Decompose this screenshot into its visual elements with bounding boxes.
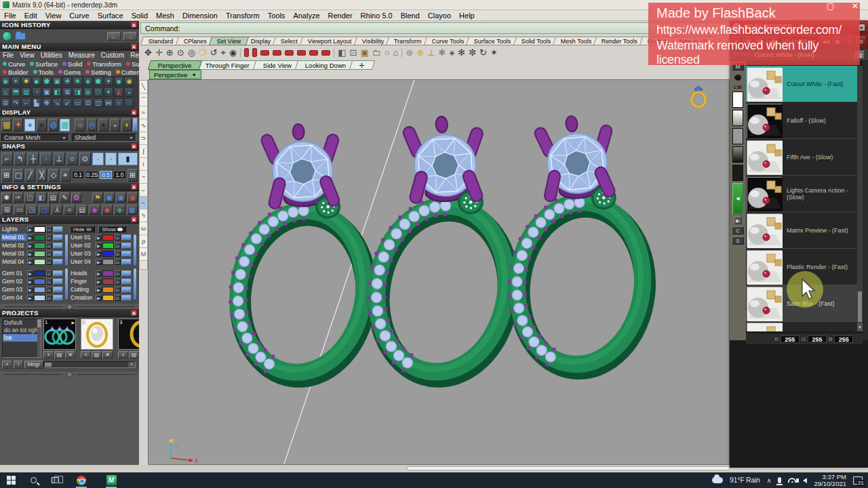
layer-color-swatch[interactable]	[34, 270, 45, 277]
close-icon[interactable]: ✕	[131, 216, 137, 222]
osnap-icon[interactable]: ⌐	[1, 152, 13, 165]
mesh-mode-dropdown[interactable]: Coarse Mesh ▼	[1, 134, 69, 142]
toolbar-icon[interactable]: ↘	[52, 98, 62, 108]
vray-list-scrollbar[interactable]: ▼	[857, 66, 863, 331]
render-style-item-falloff-slow[interactable]: Falloff - (Slow)	[746, 102, 857, 139]
layer-visibility-button[interactable]	[53, 251, 63, 257]
splitter-knob-icon[interactable]	[66, 304, 73, 310]
toolbar-icon[interactable]: ⬒	[11, 87, 20, 97]
layer-lock-icon[interactable]: ⊡	[46, 287, 52, 293]
render-mode-icon[interactable]: ◖	[121, 119, 132, 131]
settings-side-tab[interactable]: S	[732, 237, 744, 245]
reset-button[interactable]: Reset	[130, 52, 139, 59]
toolbar-icon[interactable]: ⬟	[42, 77, 52, 86]
render-mode-icon[interactable]: ◒	[110, 119, 120, 131]
delete-icon[interactable]: ✕	[65, 351, 75, 359]
layer-lock-icon[interactable]: ⊡	[46, 259, 52, 265]
toolbar-tab-render-tools[interactable]: Render Tools	[593, 37, 646, 45]
curve-tool-icon[interactable]: ϟ	[140, 209, 147, 222]
snap-mode-icon[interactable]: ⊞	[1, 169, 12, 182]
render-tool-icon[interactable]: ↻	[479, 47, 487, 58]
layer-lock-icon[interactable]: ⊡	[115, 287, 121, 293]
snap-mode-icon[interactable]: ⌖	[60, 169, 71, 182]
render-mode-icon[interactable]: ◉	[75, 119, 85, 131]
save-icon[interactable]: ▤	[92, 351, 102, 359]
render-style-item-cutout-white-fast[interactable]: Cutout White - (Fast)	[746, 66, 857, 102]
toolbar-icon[interactable]: ⊞	[1, 205, 12, 215]
menu-item-edit[interactable]: Edit	[20, 12, 41, 20]
toolbar-tab-mesh-tools[interactable]: Mesh Tools	[553, 37, 600, 45]
grid-snap-value-0.25[interactable]: 0.25	[85, 171, 98, 179]
menu-item-surface[interactable]: Surface	[94, 12, 127, 20]
menu-item-file[interactable]: File	[0, 12, 20, 20]
layer-visibility-button[interactable]	[121, 270, 132, 277]
snap-mode-icon[interactable]: ╱	[25, 169, 35, 182]
layer-lock-icon[interactable]: ⊡	[115, 251, 121, 257]
toolbar-icon[interactable]: ◔	[32, 87, 41, 97]
up-button[interactable]: ↑	[14, 361, 23, 369]
layer-expand-icon[interactable]: ▶	[96, 279, 102, 285]
toolbar-icon[interactable]: ◌	[124, 98, 134, 108]
toolbar-icon[interactable]: ◉	[124, 77, 134, 86]
layer-visibility-button[interactable]	[53, 295, 63, 301]
layer-lock-icon[interactable]: ⊡	[46, 251, 52, 257]
display-mode-icon[interactable]: ✦	[13, 119, 23, 131]
render-style-item-partial[interactable]	[746, 322, 857, 331]
layer-lock-icon[interactable]: ⊡	[115, 259, 121, 265]
layer-color-swatch[interactable]	[102, 295, 114, 301]
history-forward-button[interactable]: →	[123, 32, 137, 41]
layer-expand-icon[interactable]: ▶	[27, 287, 33, 293]
close-icon[interactable]: ✕	[131, 43, 137, 49]
toolbar-tab-set-view[interactable]: Set View	[208, 37, 249, 45]
save-icon[interactable]: ▤	[129, 351, 139, 359]
toolbar-icon[interactable]: ◉	[1, 77, 10, 86]
toolbar-icon[interactable]: ⅄	[52, 205, 62, 215]
toolbar-icon[interactable]: ✸	[21, 77, 31, 86]
layer-color-swatch[interactable]	[102, 287, 114, 293]
curve-tool-icon[interactable]: ∿	[140, 119, 147, 132]
toolbar-tab-curve-tools[interactable]: Curve Tools	[424, 37, 473, 45]
scrollbar-thumb[interactable]	[45, 363, 52, 367]
save-icon[interactable]: ▤	[54, 351, 64, 359]
toolbar-icon[interactable]: ✚	[62, 77, 72, 86]
panel-splitter[interactable]	[0, 371, 139, 377]
ink-dropper-icon[interactable]	[734, 73, 743, 82]
layer-color-swatch[interactable]	[34, 243, 45, 249]
curve-tool-icon[interactable]: ╲	[140, 81, 147, 94]
osnap-icon[interactable]: ∙	[105, 152, 117, 165]
toolbar-icon[interactable]: ◭	[114, 87, 123, 97]
category-builder[interactable]: Builder	[3, 68, 28, 76]
layer-color-swatch[interactable]	[102, 270, 114, 277]
toolbar-icon[interactable]: ▙	[32, 98, 41, 108]
scroll-down-icon[interactable]: ▼	[857, 323, 863, 331]
layer-name[interactable]: Gem 02	[1, 278, 26, 285]
layer-visibility-button[interactable]	[53, 259, 63, 265]
layer-color-swatch[interactable]	[34, 251, 45, 257]
category-setting[interactable]: Setting	[85, 68, 111, 76]
category-subd[interactable]: SubD	[126, 60, 139, 68]
menu-item-help[interactable]: Help	[455, 12, 479, 20]
viewport-tab-through-finger[interactable]: Through Finger	[195, 60, 260, 70]
layer-visibility-button[interactable]	[121, 295, 132, 301]
layer-color-swatch[interactable]	[34, 287, 45, 293]
add-viewport-tab[interactable]: ✛	[349, 60, 376, 70]
scrollbar-thumb[interactable]	[858, 291, 862, 322]
speaker-icon[interactable]	[803, 478, 807, 483]
ring-model-2[interactable]	[351, 113, 529, 392]
toolbar-tab-surface-tools[interactable]: Surface Tools	[466, 37, 519, 45]
layer-expand-icon[interactable]: ▶	[96, 259, 102, 265]
layer-name[interactable]: Finger	[70, 278, 95, 285]
toolbar-icon[interactable]: ❖	[73, 77, 82, 86]
layer-color-swatch[interactable]	[102, 235, 114, 241]
settings-icon[interactable]: ▣	[104, 192, 115, 203]
layer-color-swatch[interactable]	[102, 279, 114, 285]
gem-settings-icon[interactable]: ◆	[89, 205, 100, 215]
layer-name[interactable]: Metal 03	[1, 250, 26, 257]
toolbar-icon[interactable]: ○	[114, 98, 123, 108]
toolbar-icon[interactable]: ◒	[124, 87, 134, 97]
file-tool-icon[interactable]: ▣	[360, 47, 368, 58]
layer-lock-icon[interactable]: ⊡	[46, 226, 52, 232]
render-tool-icon[interactable]: ⊕	[416, 47, 424, 58]
layer-expand-icon[interactable]: ▶	[27, 279, 33, 285]
hide-layers-button[interactable]: Hide	[70, 226, 95, 232]
